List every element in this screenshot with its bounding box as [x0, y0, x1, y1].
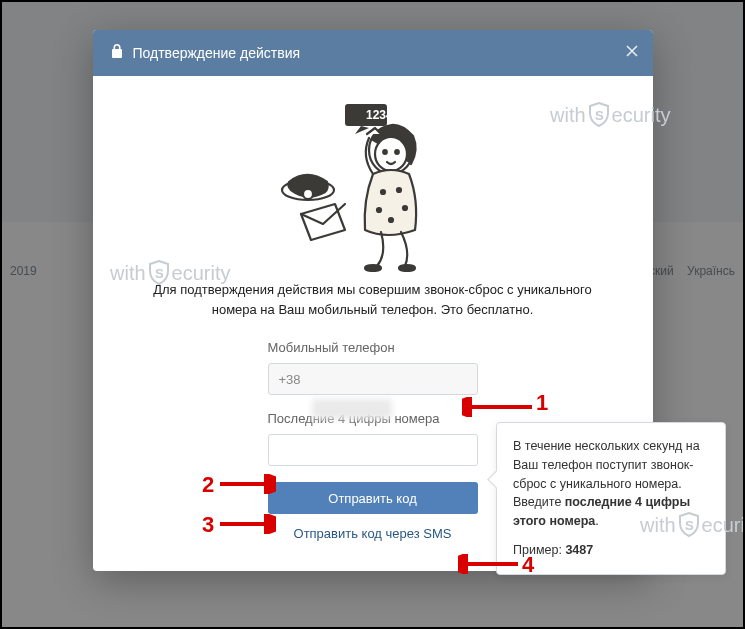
send-sms-link[interactable]: Отправить код через SMS [268, 526, 478, 541]
call-illustration: 1234 [273, 102, 473, 272]
modal-title: Подтверждение действия [133, 45, 301, 61]
svg-point-5 [381, 190, 385, 194]
svg-point-2 [375, 137, 407, 171]
svg-point-10 [365, 265, 381, 271]
code-label: Последние 4 цифры номера [268, 411, 478, 426]
svg-point-11 [399, 265, 415, 271]
svg-point-13 [303, 189, 313, 199]
svg-point-4 [395, 150, 399, 154]
svg-point-3 [383, 150, 387, 154]
svg-point-6 [397, 188, 401, 192]
verification-form: Мобильный телефон Последние 4 цифры номе… [268, 340, 478, 541]
modal-description: Для подтверждения действия мы совершим з… [133, 280, 613, 320]
svg-point-7 [377, 208, 381, 212]
lock-icon [111, 44, 123, 62]
phone-field[interactable] [268, 363, 478, 395]
svg-point-8 [403, 206, 407, 210]
code-field[interactable] [268, 434, 478, 466]
hint-tooltip: В течение нескольких секунд на Ваш телеф… [496, 422, 726, 575]
modal-header: Подтверждение действия [93, 30, 653, 76]
tooltip-text-2: . [595, 514, 598, 528]
svg-point-9 [389, 218, 393, 222]
tooltip-example: Пример: 3487 [513, 541, 709, 560]
phone-label: Мобильный телефон [268, 340, 478, 355]
close-icon[interactable] [625, 44, 639, 62]
illustration-bubble-text: 1234 [366, 108, 393, 122]
submit-button[interactable]: Отправить код [268, 482, 478, 514]
